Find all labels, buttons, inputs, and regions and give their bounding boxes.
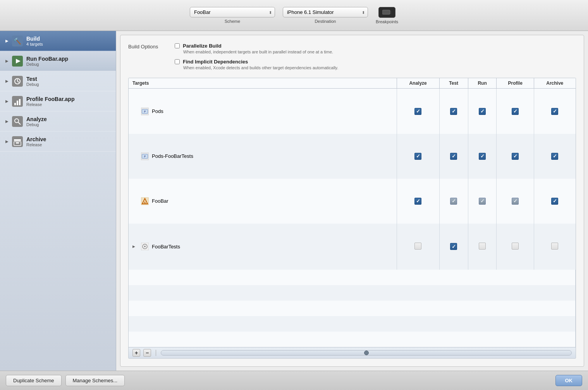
- podsfoobar-test-checkbox[interactable]: [450, 153, 457, 160]
- table-header-row: Targets Analyze Test Run Profile Archive: [129, 78, 576, 89]
- progress-circle: [364, 351, 369, 355]
- foobartests-run[interactable]: [468, 224, 496, 270]
- foobar-run-checkbox[interactable]: [479, 198, 486, 205]
- podsfoobar-archive[interactable]: [534, 134, 576, 179]
- pods-archive[interactable]: [534, 89, 576, 134]
- empty-row: [129, 332, 576, 347]
- target-name-foobartests: ▶ FooBarTests: [129, 224, 397, 270]
- test-item-name: Test: [26, 76, 39, 82]
- profile-item-name: Profile FooBar.app: [26, 96, 74, 102]
- foobartests-analyze-checkbox[interactable]: [414, 243, 421, 250]
- foobar-analyze-checkbox[interactable]: [414, 198, 421, 205]
- foobartests-analyze[interactable]: [397, 224, 439, 270]
- svg-text:P: P: [144, 155, 146, 158]
- foobartests-test-checkbox[interactable]: [450, 243, 457, 250]
- sidebar-item-profile[interactable]: ▶ Profile FooBar.app Release: [0, 91, 116, 111]
- build-expand-arrow[interactable]: ▶: [4, 38, 10, 44]
- foobar-profile[interactable]: [497, 179, 534, 224]
- destination-dropdown[interactable]: iPhone 6.1 SimulatoriPhone Retina (4-inc…: [283, 7, 368, 17]
- svg-rect-13: [17, 101, 18, 105]
- run-icon: [12, 55, 23, 67]
- scheme-group: FooBar Scheme: [190, 7, 275, 24]
- analyze-expand-arrow[interactable]: ▶: [4, 118, 10, 125]
- podsfoobar-analyze-checkbox[interactable]: [414, 153, 421, 160]
- target-name-foobar: A FooBar: [129, 179, 397, 224]
- podsfoobar-archive-checkbox[interactable]: [551, 153, 558, 160]
- foobar-name: FooBar: [152, 198, 168, 204]
- scheme-dropdown[interactable]: FooBar: [190, 7, 275, 17]
- main-content: ▶ 🔨 Build 4 targets ▶: [0, 31, 588, 371]
- pods-archive-checkbox[interactable]: [551, 108, 558, 115]
- archive-icon: [12, 136, 23, 147]
- test-expand-arrow[interactable]: ▶: [4, 78, 10, 84]
- archive-item-text: Archive Release: [26, 136, 46, 147]
- build-item-text: Build 4 targets: [26, 36, 43, 46]
- build-icon: 🔨: [12, 35, 23, 47]
- parallelize-build-checkbox[interactable]: [175, 43, 180, 48]
- podsfoobar-profile-checkbox[interactable]: [512, 153, 519, 160]
- table-progress-bar: [161, 350, 572, 356]
- manage-schemes-button[interactable]: Manage Schemes...: [65, 375, 125, 386]
- podsfoobar-name: Pods-FooBarTests: [152, 153, 193, 159]
- pods-run[interactable]: [468, 89, 496, 134]
- pods-analyze-checkbox[interactable]: [414, 108, 421, 115]
- run-item-name: Run FooBar.app: [26, 56, 68, 62]
- podsfoobar-analyze[interactable]: [397, 134, 439, 179]
- sidebar-item-archive[interactable]: ▶ Archive Release: [0, 132, 116, 152]
- pods-run-checkbox[interactable]: [479, 108, 486, 115]
- foobar-analyze[interactable]: [397, 179, 439, 224]
- bottom-bar: Duplicate Scheme Manage Schemes... OK: [0, 371, 588, 390]
- ok-button[interactable]: OK: [555, 375, 583, 386]
- podsfoobar-test[interactable]: [439, 134, 468, 179]
- pods-test-checkbox[interactable]: [450, 108, 457, 115]
- sidebar-item-run[interactable]: ▶ Run FooBar.app Debug: [0, 51, 116, 71]
- run-expand-arrow[interactable]: ▶: [4, 58, 10, 64]
- sidebar-item-test[interactable]: ▶ Test Debug: [0, 71, 116, 91]
- foobar-archive-checkbox[interactable]: [551, 198, 558, 205]
- foobar-run[interactable]: [468, 179, 496, 224]
- targets-table-wrapper: Targets Analyze Test Run Profile Archive: [128, 78, 576, 359]
- foobar-test[interactable]: [439, 179, 468, 224]
- pods-profile-checkbox[interactable]: [512, 108, 519, 115]
- foobartests-archive-checkbox[interactable]: [551, 243, 558, 250]
- foobar-app-icon: A: [141, 197, 149, 205]
- remove-target-button[interactable]: −: [143, 349, 151, 357]
- svg-text:🔨: 🔨: [14, 38, 21, 45]
- podsfoobar-run-checkbox[interactable]: [479, 153, 486, 160]
- sidebar-item-analyze[interactable]: ▶ Analyze Debug: [0, 111, 116, 132]
- foobar-test-checkbox[interactable]: [450, 198, 457, 205]
- pods-analyze[interactable]: [397, 89, 439, 134]
- find-implicit-row: Find Implicit Dependencies When enabled,…: [175, 59, 338, 70]
- pods-test[interactable]: [439, 89, 468, 134]
- breakpoints-button[interactable]: [378, 7, 395, 18]
- destination-dropdown-wrapper[interactable]: iPhone 6.1 SimulatoriPhone Retina (4-inc…: [283, 7, 368, 17]
- find-implicit-checkbox[interactable]: [175, 59, 180, 64]
- pods-profile[interactable]: [497, 89, 534, 134]
- table-row: P Pods-FooBarTests: [129, 134, 576, 179]
- profile-item-sub: Release: [26, 102, 74, 107]
- duplicate-scheme-button[interactable]: Duplicate Scheme: [6, 375, 62, 386]
- sidebar: ▶ 🔨 Build 4 targets ▶: [0, 31, 116, 371]
- foobartests-test[interactable]: [439, 224, 468, 270]
- col-profile: Profile: [497, 78, 534, 89]
- profile-expand-arrow[interactable]: ▶: [4, 98, 10, 104]
- find-implicit-desc: When enabled, Xcode detects and builds o…: [175, 65, 338, 70]
- detail-panel: Build Options Parallelize Build When ena…: [120, 35, 584, 367]
- foobartests-profile-checkbox[interactable]: [512, 243, 519, 250]
- foobartests-archive[interactable]: [534, 224, 576, 270]
- test-icon: [12, 75, 23, 87]
- parallelize-build-row: Parallelize Build When enabled, independ…: [175, 43, 338, 54]
- add-target-button[interactable]: +: [132, 349, 140, 357]
- foobar-profile-checkbox[interactable]: [512, 198, 519, 205]
- foobartests-run-checkbox[interactable]: [479, 243, 486, 250]
- foobar-archive[interactable]: [534, 179, 576, 224]
- podsfoobar-run[interactable]: [468, 134, 496, 179]
- sidebar-item-build[interactable]: ▶ 🔨 Build 4 targets: [0, 31, 116, 51]
- foobartests-profile[interactable]: [497, 224, 534, 270]
- svg-point-35: [144, 246, 146, 247]
- archive-expand-arrow[interactable]: ▶: [4, 139, 10, 145]
- podsfoobar-profile[interactable]: [497, 134, 534, 179]
- scheme-dropdown-wrapper[interactable]: FooBar: [190, 7, 275, 17]
- parallelize-build-label: Parallelize Build: [183, 43, 222, 49]
- foobartests-expand[interactable]: ▶: [132, 245, 138, 248]
